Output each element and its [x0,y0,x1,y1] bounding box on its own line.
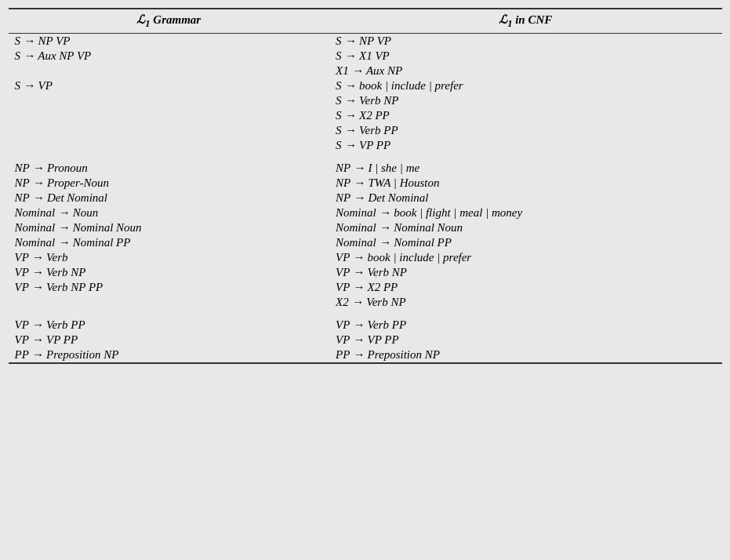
grammar-rule-left [9,138,330,153]
table-row: S → Aux NP VPS → X1 VP [9,49,722,64]
grammar-rule-right: S → NP VP [329,34,722,49]
table-row: X1 → Aux NP [9,64,722,78]
grammar-rule-left: S → Aux NP VP [9,49,330,64]
table-row: NP → Proper-NounNP → TWA | Houston [9,176,722,191]
table-row: X2 → Verb NP [9,295,722,310]
grammar-rule-right: VP → X2 PP [329,280,722,295]
table-row: S → VP PP [9,138,722,153]
table-row: Nominal → NounNominal → book | flight | … [9,205,722,220]
table-row: S → VPS → book | include | prefer [9,78,722,93]
grammar-rule-left: NP → Pronoun [9,161,330,176]
grammar-rule-left: VP → Verb NP [9,265,330,280]
grammar-rule-right: VP → Verb NP [329,265,722,280]
grammar-rule-right: X2 → Verb NP [329,295,722,310]
table-row: VP → Verb PPVP → Verb PP [9,318,722,333]
grammar-rule-left: VP → Verb NP PP [9,280,330,295]
table-row: PP → Preposition NPPP → Preposition NP [9,347,722,363]
grammar-rule-right: NP → TWA | Houston [329,176,722,191]
spacer-row [9,153,722,161]
grammar-rule-right: Nominal → Nominal Noun [329,220,722,235]
grammar-rule-left: NP → Det Nominal [9,191,330,205]
grammar-rule-left: PP → Preposition NP [9,347,330,363]
grammar-rule-right: S → X2 PP [329,108,722,123]
grammar-rule-right: S → book | include | prefer [329,78,722,93]
grammar-rule-right: X1 → Aux NP [329,64,722,78]
grammar-rule-left: Nominal → Nominal Noun [9,220,330,235]
grammar-rule-left [9,123,330,138]
table-row: NP → PronounNP → I | she | me [9,161,722,176]
table-row: VP → Verb NPVP → Verb NP [9,265,722,280]
grammar-rule-right: NP → Det Nominal [329,191,722,205]
table-row: NP → Det NominalNP → Det Nominal [9,191,722,205]
table-row: S → Verb NP [9,93,722,108]
grammar-rule-right: S → Verb NP [329,93,722,108]
grammar-rule-right: VP → Verb PP [329,318,722,333]
col1-header: ℒ1 Grammar [9,9,330,34]
grammar-rule-left [9,64,330,78]
grammar-rule-left: NP → Proper-Noun [9,176,330,191]
table-row: VP → VerbVP → book | include | prefer [9,250,722,265]
grammar-rule-left [9,108,330,123]
grammar-rule-left: VP → Verb PP [9,318,330,333]
table-row: Nominal → Nominal PPNominal → Nominal PP [9,235,722,250]
grammar-rule-left: VP → VP PP [9,333,330,347]
grammar-table-container: ℒ1 Grammar ℒ1 in CNF S → NP VPS → NP VPS… [9,8,722,364]
table-row: VP → Verb NP PPVP → X2 PP [9,280,722,295]
grammar-rule-right: VP → book | include | prefer [329,250,722,265]
grammar-rule-right: S → Verb PP [329,123,722,138]
grammar-rule-right: Nominal → Nominal PP [329,235,722,250]
grammar-rule-left: Nominal → Noun [9,205,330,220]
grammar-rule-left: S → VP [9,78,330,93]
grammar-rule-left: VP → Verb [9,250,330,265]
table-row: Nominal → Nominal NounNominal → Nominal … [9,220,722,235]
grammar-rule-left [9,93,330,108]
table-row: S → NP VPS → NP VP [9,34,722,49]
grammar-rule-right: S → X1 VP [329,49,722,64]
grammar-rule-right: VP → VP PP [329,333,722,347]
table-row: VP → VP PPVP → VP PP [9,333,722,347]
grammar-rule-left: S → NP VP [9,34,330,49]
grammar-rule-left: Nominal → Nominal PP [9,235,330,250]
grammar-rule-right: PP → Preposition NP [329,347,722,363]
col2-header: ℒ1 in CNF [329,9,722,34]
grammar-rule-right: S → VP PP [329,138,722,153]
grammar-table: ℒ1 Grammar ℒ1 in CNF S → NP VPS → NP VPS… [9,8,722,364]
grammar-rule-right: NP → I | she | me [329,161,722,176]
table-row: S → X2 PP [9,108,722,123]
spacer-row [9,310,722,318]
grammar-rule-left [9,295,330,310]
grammar-rule-right: Nominal → book | flight | meal | money [329,205,722,220]
table-row: S → Verb PP [9,123,722,138]
